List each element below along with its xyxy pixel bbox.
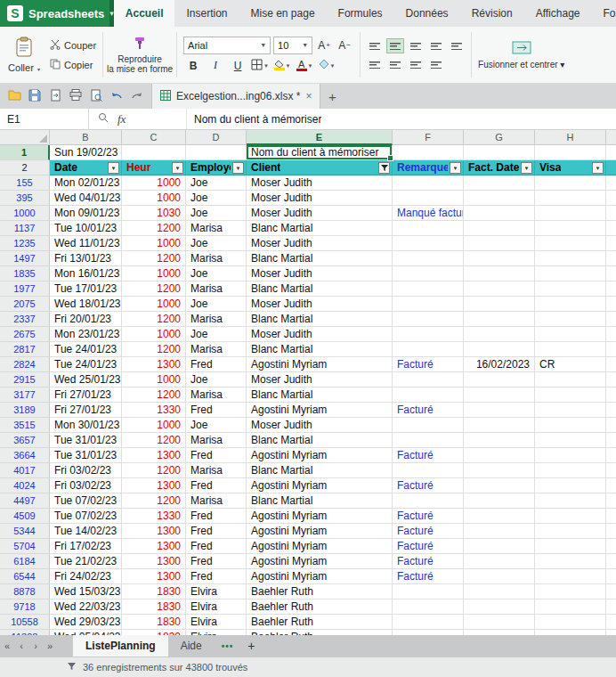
- row-header-1[interactable]: 1: [0, 145, 50, 160]
- cell-remarque[interactable]: [393, 297, 464, 312]
- cell-client[interactable]: Moser Judith: [247, 297, 393, 312]
- underline-button[interactable]: U: [228, 58, 247, 74]
- cell-client[interactable]: Moser Judith: [247, 236, 393, 251]
- cell-remarque[interactable]: [393, 266, 464, 281]
- menu-tab-accueil[interactable]: Accueil: [114, 0, 175, 27]
- cell-visa[interactable]: [535, 221, 606, 236]
- cell-visa[interactable]: [535, 342, 606, 357]
- fill-color-button[interactable]: ▼: [272, 58, 292, 74]
- cell-remarque[interactable]: [393, 463, 464, 478]
- cell-f1[interactable]: [393, 145, 464, 160]
- magnifier-icon[interactable]: [98, 112, 109, 126]
- cell-heure[interactable]: 1200: [122, 221, 186, 236]
- sheet-tab-listeplanning[interactable]: ListePlanning: [73, 635, 168, 657]
- column-header-partial[interactable]: [606, 130, 616, 145]
- cell-client[interactable]: Blanc Martial: [247, 387, 393, 403]
- cut-button[interactable]: Couper: [50, 37, 96, 53]
- undo-button[interactable]: [108, 87, 126, 105]
- cell-date[interactable]: Fri 27/01/23: [50, 387, 122, 403]
- cell-date[interactable]: Tue 07/02/23: [50, 509, 122, 524]
- column-header-b[interactable]: B: [50, 130, 122, 145]
- align-top-button[interactable]: [366, 38, 384, 53]
- cell-heure[interactable]: 1000: [122, 327, 186, 342]
- cell-visa[interactable]: [535, 251, 606, 266]
- cell-date[interactable]: Fri 27/01/23: [50, 403, 122, 418]
- selected-cell-e1[interactable]: Nom du client à mémoriser: [247, 145, 393, 160]
- cell-heure[interactable]: 1000: [122, 266, 186, 281]
- cell-client[interactable]: Moser Judith: [247, 327, 393, 342]
- cell-employe[interactable]: Marisa: [186, 493, 247, 509]
- cell-name-box[interactable]: E1: [0, 109, 89, 129]
- cell-remarque[interactable]: [393, 615, 464, 630]
- cell-visa[interactable]: [535, 236, 606, 251]
- cell-empty[interactable]: [606, 448, 616, 463]
- cell-fact-date[interactable]: [464, 312, 535, 327]
- cell-employe[interactable]: Joe: [186, 206, 247, 221]
- row-header[interactable]: 1835: [0, 266, 50, 281]
- cell-heure[interactable]: 1200: [122, 493, 186, 509]
- decrease-font-button[interactable]: A−: [336, 37, 353, 54]
- cell-client[interactable]: Baehler Ruth: [247, 615, 393, 630]
- cell-client[interactable]: Agostini Myriam: [247, 539, 393, 554]
- cell-visa[interactable]: [535, 569, 606, 584]
- cell-empty[interactable]: [606, 403, 616, 418]
- cell-remarque[interactable]: [393, 493, 464, 509]
- cell-employe[interactable]: Fred: [186, 554, 247, 569]
- cell-employe[interactable]: Joe: [186, 191, 247, 206]
- print-button[interactable]: [67, 87, 85, 105]
- cell-empty[interactable]: [606, 584, 616, 600]
- filter-header-remarque[interactable]: Remarque▼: [393, 160, 464, 175]
- cell-fact-date[interactable]: [464, 584, 535, 600]
- cell-visa[interactable]: [535, 615, 606, 630]
- cell-styles-button[interactable]: ▼: [317, 58, 336, 74]
- row-header[interactable]: 1977: [0, 281, 50, 297]
- cell-heure[interactable]: 1300: [122, 554, 186, 569]
- cell-remarque[interactable]: [393, 312, 464, 327]
- cell-fact-date[interactable]: [464, 463, 535, 478]
- cell-remarque[interactable]: Facturé: [393, 524, 464, 539]
- cell-visa[interactable]: [535, 372, 606, 387]
- cell-empty[interactable]: [606, 569, 616, 584]
- cell-fact-date[interactable]: [464, 569, 535, 584]
- wrap-text-button[interactable]: [427, 57, 445, 72]
- insert-function-button[interactable]: fx: [118, 112, 126, 126]
- cell-visa[interactable]: CR: [535, 357, 606, 372]
- row-header[interactable]: 2337: [0, 312, 50, 327]
- cell-visa[interactable]: [535, 403, 606, 418]
- cell-empty[interactable]: [606, 175, 616, 191]
- filter-dropdown-button[interactable]: ▼: [172, 162, 183, 174]
- cell-client[interactable]: Blanc Martial: [247, 493, 393, 509]
- cell-remarque[interactable]: Facturé: [393, 448, 464, 463]
- cell-client[interactable]: Agostini Myriam: [247, 569, 393, 584]
- cell-visa[interactable]: [535, 387, 606, 403]
- cell-remarque[interactable]: Facturé: [393, 539, 464, 554]
- cell-remarque[interactable]: [393, 251, 464, 266]
- decrease-indent-button[interactable]: [427, 38, 445, 53]
- cell-fact-date[interactable]: [464, 433, 535, 448]
- align-left-button[interactable]: [366, 57, 384, 72]
- filter-header-client[interactable]: Client: [247, 160, 393, 175]
- cell-date[interactable]: Tue 17/01/23: [50, 281, 122, 297]
- cell-date[interactable]: Wed 22/03/23: [50, 600, 122, 615]
- cell-heure[interactable]: 1300: [122, 524, 186, 539]
- sheet-scroll-button-2[interactable]: ›: [28, 635, 43, 657]
- row-header[interactable]: 4017: [0, 463, 50, 478]
- cell-i1[interactable]: [606, 145, 616, 160]
- cell-client[interactable]: Agostini Myriam: [247, 478, 393, 493]
- cell-visa[interactable]: [535, 327, 606, 342]
- cell-remarque[interactable]: [393, 175, 464, 191]
- paste-button[interactable]: Coller ▾: [2, 29, 46, 81]
- sheet-tab-aide[interactable]: Aide: [168, 635, 215, 657]
- cell-visa[interactable]: [535, 509, 606, 524]
- menu-tab-r-vision[interactable]: Révision: [460, 0, 524, 27]
- cell-date[interactable]: Wed 29/03/23: [50, 615, 122, 630]
- cell-visa[interactable]: [535, 191, 606, 206]
- redo-button[interactable]: [128, 87, 146, 105]
- cell-remarque[interactable]: [393, 236, 464, 251]
- row-header[interactable]: 6544: [0, 569, 50, 584]
- cell-fact-date[interactable]: [464, 600, 535, 615]
- print-preview-button[interactable]: [87, 87, 105, 105]
- menu-tab-formules[interactable]: Formules: [327, 0, 394, 27]
- cell-visa[interactable]: [535, 493, 606, 509]
- cell-employe[interactable]: Marisa: [186, 342, 247, 357]
